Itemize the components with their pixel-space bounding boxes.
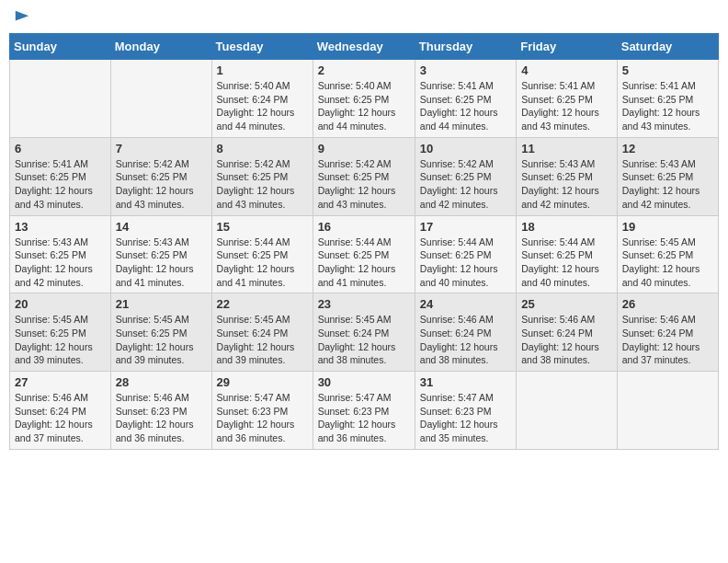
day-number: 10 [420,142,511,155]
day-info: Sunrise: 5:43 AM Sunset: 6:25 PM Dayligh… [521,158,599,210]
calendar-day-cell: 12Sunrise: 5:43 AM Sunset: 6:25 PM Dayli… [617,137,718,215]
day-number: 2 [318,63,410,77]
day-number: 28 [116,375,207,389]
calendar-day-cell: 13Sunrise: 5:43 AM Sunset: 6:25 PM Dayli… [10,215,111,293]
day-number: 13 [15,220,106,234]
day-info: Sunrise: 5:46 AM Sunset: 6:24 PM Dayligh… [622,314,700,365]
calendar-day-cell [10,60,111,138]
calendar-day-header: Friday [517,34,618,60]
day-info: Sunrise: 5:41 AM Sunset: 6:25 PM Dayligh… [420,80,498,132]
calendar-day-cell: 29Sunrise: 5:47 AM Sunset: 6:23 PM Dayli… [211,372,313,450]
svg-marker-0 [16,11,28,21]
day-number: 8 [217,142,308,155]
logo [13,9,30,26]
calendar-day-cell: 14Sunrise: 5:43 AM Sunset: 6:25 PM Dayli… [110,215,211,293]
day-info: Sunrise: 5:42 AM Sunset: 6:25 PM Dayligh… [420,158,498,210]
calendar-day-header: Tuesday [211,34,313,60]
calendar-day-cell [617,372,718,450]
day-info: Sunrise: 5:40 AM Sunset: 6:25 PM Dayligh… [318,80,396,132]
calendar-day-header: Wednesday [313,34,415,60]
calendar-day-cell: 16Sunrise: 5:44 AM Sunset: 6:25 PM Dayli… [313,215,415,293]
day-info: Sunrise: 5:46 AM Sunset: 6:24 PM Dayligh… [521,314,599,365]
calendar-week-row: 20Sunrise: 5:45 AM Sunset: 6:25 PM Dayli… [10,293,719,372]
day-number: 15 [217,220,308,234]
day-info: Sunrise: 5:46 AM Sunset: 6:24 PM Dayligh… [15,392,93,443]
day-info: Sunrise: 5:43 AM Sunset: 6:25 PM Dayligh… [622,158,700,210]
day-number: 14 [116,220,207,234]
calendar-day-header: Saturday [617,34,718,60]
day-number: 19 [622,220,713,234]
calendar-day-cell: 2Sunrise: 5:40 AM Sunset: 6:25 PM Daylig… [313,60,415,138]
day-number: 24 [420,297,511,311]
calendar-day-cell: 25Sunrise: 5:46 AM Sunset: 6:24 PM Dayli… [517,293,618,372]
day-info: Sunrise: 5:47 AM Sunset: 6:23 PM Dayligh… [318,392,396,443]
day-number: 5 [622,63,713,77]
day-info: Sunrise: 5:45 AM Sunset: 6:25 PM Dayligh… [116,314,194,365]
calendar-day-cell: 26Sunrise: 5:46 AM Sunset: 6:24 PM Dayli… [617,293,718,372]
day-info: Sunrise: 5:42 AM Sunset: 6:25 PM Dayligh… [116,158,194,210]
calendar-day-cell: 10Sunrise: 5:42 AM Sunset: 6:25 PM Dayli… [415,137,516,215]
calendar-day-header: Monday [110,34,211,60]
calendar-day-cell: 5Sunrise: 5:41 AM Sunset: 6:25 PM Daylig… [617,60,718,138]
day-number: 3 [420,63,511,77]
day-info: Sunrise: 5:45 AM Sunset: 6:25 PM Dayligh… [622,236,700,288]
calendar-day-cell [110,60,211,138]
day-info: Sunrise: 5:47 AM Sunset: 6:23 PM Dayligh… [420,392,498,443]
calendar-day-cell: 21Sunrise: 5:45 AM Sunset: 6:25 PM Dayli… [110,293,211,372]
day-info: Sunrise: 5:42 AM Sunset: 6:25 PM Dayligh… [318,158,396,210]
day-number: 7 [116,142,207,155]
day-info: Sunrise: 5:41 AM Sunset: 6:25 PM Dayligh… [521,80,599,132]
day-info: Sunrise: 5:41 AM Sunset: 6:25 PM Dayligh… [622,80,700,132]
calendar-day-header: Thursday [415,34,516,60]
day-number: 22 [217,297,308,311]
day-number: 11 [521,142,612,155]
calendar-week-row: 27Sunrise: 5:46 AM Sunset: 6:24 PM Dayli… [10,372,719,450]
day-number: 27 [15,375,106,389]
calendar-week-row: 13Sunrise: 5:43 AM Sunset: 6:25 PM Dayli… [10,215,719,293]
calendar-day-cell: 3Sunrise: 5:41 AM Sunset: 6:25 PM Daylig… [415,60,516,138]
day-info: Sunrise: 5:44 AM Sunset: 6:25 PM Dayligh… [217,236,295,288]
calendar-day-cell: 9Sunrise: 5:42 AM Sunset: 6:25 PM Daylig… [313,137,415,215]
day-info: Sunrise: 5:43 AM Sunset: 6:25 PM Dayligh… [116,236,194,288]
calendar-day-cell: 17Sunrise: 5:44 AM Sunset: 6:25 PM Dayli… [415,215,516,293]
calendar-header-row: SundayMondayTuesdayWednesdayThursdayFrid… [10,34,719,60]
calendar-day-cell: 24Sunrise: 5:46 AM Sunset: 6:24 PM Dayli… [415,293,516,372]
day-info: Sunrise: 5:46 AM Sunset: 6:24 PM Dayligh… [420,314,498,365]
page-header [9,9,719,26]
calendar-table: SundayMondayTuesdayWednesdayThursdayFrid… [9,33,719,450]
calendar-day-cell: 20Sunrise: 5:45 AM Sunset: 6:25 PM Dayli… [10,293,111,372]
day-info: Sunrise: 5:42 AM Sunset: 6:25 PM Dayligh… [217,158,295,210]
day-info: Sunrise: 5:44 AM Sunset: 6:25 PM Dayligh… [318,236,396,288]
day-number: 20 [15,297,106,311]
calendar-day-cell: 27Sunrise: 5:46 AM Sunset: 6:24 PM Dayli… [10,372,111,450]
calendar-day-cell: 6Sunrise: 5:41 AM Sunset: 6:25 PM Daylig… [10,137,111,215]
day-info: Sunrise: 5:44 AM Sunset: 6:25 PM Dayligh… [420,236,498,288]
calendar-day-cell: 22Sunrise: 5:45 AM Sunset: 6:24 PM Dayli… [211,293,313,372]
day-number: 26 [622,297,713,311]
day-number: 12 [622,142,713,155]
day-number: 25 [521,297,612,311]
calendar-day-cell: 30Sunrise: 5:47 AM Sunset: 6:23 PM Dayli… [313,372,415,450]
day-info: Sunrise: 5:44 AM Sunset: 6:25 PM Dayligh… [521,236,599,288]
day-number: 23 [318,297,410,311]
day-info: Sunrise: 5:43 AM Sunset: 6:25 PM Dayligh… [15,236,93,288]
day-number: 17 [420,220,511,234]
calendar-day-cell: 1Sunrise: 5:40 AM Sunset: 6:24 PM Daylig… [211,60,313,138]
calendar-day-cell: 23Sunrise: 5:45 AM Sunset: 6:24 PM Dayli… [313,293,415,372]
calendar-day-cell: 15Sunrise: 5:44 AM Sunset: 6:25 PM Dayli… [211,215,313,293]
day-number: 1 [217,63,308,77]
day-number: 16 [318,220,410,234]
calendar-day-cell: 7Sunrise: 5:42 AM Sunset: 6:25 PM Daylig… [110,137,211,215]
calendar-day-cell: 11Sunrise: 5:43 AM Sunset: 6:25 PM Dayli… [517,137,618,215]
calendar-day-cell: 28Sunrise: 5:46 AM Sunset: 6:23 PM Dayli… [110,372,211,450]
day-info: Sunrise: 5:45 AM Sunset: 6:24 PM Dayligh… [318,314,396,365]
calendar-day-header: Sunday [10,34,111,60]
logo-flag-icon [14,9,30,26]
day-info: Sunrise: 5:45 AM Sunset: 6:24 PM Dayligh… [217,314,295,365]
calendar-week-row: 6Sunrise: 5:41 AM Sunset: 6:25 PM Daylig… [10,137,719,215]
day-number: 30 [318,375,410,389]
day-info: Sunrise: 5:46 AM Sunset: 6:23 PM Dayligh… [116,392,194,443]
day-number: 29 [217,375,308,389]
day-number: 4 [521,63,612,77]
calendar-day-cell: 19Sunrise: 5:45 AM Sunset: 6:25 PM Dayli… [617,215,718,293]
